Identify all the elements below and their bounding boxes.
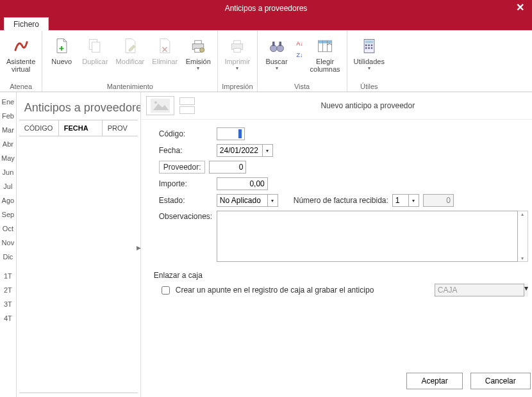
view-option-2[interactable]: [179, 106, 195, 114]
svg-rect-23: [368, 47, 370, 49]
label-estado: Estado:: [159, 196, 217, 205]
duplicar-button[interactable]: Duplicar: [79, 35, 110, 67]
factura-serie-dropdown-button[interactable]: ▾: [409, 194, 419, 207]
section-enlazar-caja: Enlazar a caja: [154, 271, 528, 280]
svg-rect-22: [365, 47, 367, 49]
svg-rect-19: [365, 44, 367, 46]
group-label-atenea: Atenea: [4, 83, 38, 92]
group-label-impresion: Impresión: [222, 83, 253, 92]
form-title: Nuevo anticipo a proveedor: [200, 101, 532, 110]
alpha-icon: [11, 36, 31, 56]
fecha-dropdown-button[interactable]: ▾: [263, 144, 273, 157]
caja-select[interactable]: [435, 284, 524, 296]
calculator-icon: [359, 36, 379, 56]
nuevo-button[interactable]: Nuevo: [46, 35, 77, 67]
month-feb[interactable]: Feb: [0, 109, 16, 123]
quarter-4t[interactable]: 4T: [0, 311, 16, 325]
document-copy-icon: [85, 36, 105, 56]
cancelar-button[interactable]: Cancelar: [470, 373, 531, 389]
col-prov[interactable]: PROV: [103, 120, 138, 136]
month-mar[interactable]: Mar: [0, 123, 16, 137]
crear-apunte-checkbox-label[interactable]: Crear un apunte en el registro de caja a…: [159, 284, 374, 296]
image-placeholder-icon: [146, 96, 174, 115]
tab-fichero[interactable]: Fichero: [4, 17, 49, 31]
importe-input[interactable]: [217, 177, 268, 190]
svg-rect-18: [365, 40, 373, 43]
eliminar-button[interactable]: Eliminar: [149, 35, 180, 67]
list-header: CÓDIGO FECHA PROV: [19, 120, 138, 136]
label-importe: Importe:: [159, 179, 217, 188]
form-header: Nuevo anticipo a proveedor: [141, 92, 532, 120]
printer-gear-icon: [188, 36, 208, 56]
crear-apunte-checkbox[interactable]: [162, 286, 170, 295]
list-title: Anticipos a proveedores: [17, 92, 140, 120]
imprimir-button[interactable]: Imprimir ▾: [222, 35, 253, 72]
month-jun[interactable]: Jun: [0, 165, 16, 179]
svg-rect-24: [370, 47, 372, 49]
estado-dropdown-button[interactable]: ▾: [268, 194, 278, 207]
sort-asc-button[interactable]: A↓: [295, 38, 305, 49]
svg-rect-1: [92, 42, 100, 53]
quarter-2t[interactable]: 2T: [0, 283, 16, 297]
group-label-utiles: Útiles: [351, 83, 387, 92]
form-panel: Nuevo anticipo a proveedor Código: Fecha…: [141, 92, 532, 397]
svg-point-5: [200, 48, 204, 53]
quarter-1t[interactable]: 1T: [0, 269, 16, 283]
factura-num-input[interactable]: [423, 194, 454, 207]
quarter-3t[interactable]: 3T: [0, 297, 16, 311]
label-proveedor[interactable]: Proveedor:: [159, 161, 206, 174]
group-label-vista: Vista: [262, 83, 343, 92]
svg-rect-7: [234, 40, 241, 44]
ribbon-group-impresion: Imprimir ▾ Impresión: [218, 31, 257, 92]
month-abr[interactable]: Abr: [0, 137, 16, 151]
ribbon: Asistente virtual Atenea Nuevo Duplicar: [0, 31, 532, 92]
svg-rect-21: [370, 44, 372, 46]
collapse-handle[interactable]: ▶: [137, 245, 141, 251]
view-toggle[interactable]: [179, 97, 195, 114]
month-dic[interactable]: Dic: [0, 250, 16, 264]
document-edit-icon: [120, 36, 140, 56]
month-rail: Ene Feb Mar Abr May Jun Jul Ago Sep Oct …: [0, 92, 17, 397]
list-body: [19, 136, 138, 393]
col-codigo[interactable]: CÓDIGO: [19, 120, 59, 136]
observaciones-scrollbar[interactable]: ▴▾: [518, 211, 528, 262]
chevron-down-icon: ▾: [368, 65, 370, 71]
month-sep[interactable]: Sep: [0, 207, 16, 222]
columns-icon: [315, 36, 335, 56]
svg-rect-20: [368, 44, 370, 46]
label-fecha: Fecha:: [159, 146, 217, 155]
observaciones-textarea[interactable]: [217, 211, 518, 262]
month-oct[interactable]: Oct: [0, 222, 16, 236]
window-title: Anticipos a proveedores: [225, 4, 308, 13]
month-may[interactable]: May: [0, 151, 16, 165]
month-nov[interactable]: Nov: [0, 236, 16, 250]
month-ago[interactable]: Ago: [0, 193, 16, 207]
estado-select[interactable]: [217, 194, 268, 207]
emision-button[interactable]: Emisión ▾: [183, 35, 213, 72]
chevron-down-icon: ▾: [197, 65, 199, 71]
label-codigo: Código:: [159, 129, 217, 138]
ribbon-group-mantenimiento: Nuevo Duplicar Modificar Eliminar: [42, 31, 218, 92]
utilidades-button[interactable]: Utilidades ▾: [351, 35, 387, 72]
close-button[interactable]: ✕: [512, 1, 528, 13]
aceptar-button[interactable]: Aceptar: [406, 373, 462, 389]
codigo-input[interactable]: [217, 127, 245, 140]
svg-rect-14: [319, 40, 332, 43]
elegir-columnas-button[interactable]: Elegir columnas: [308, 35, 343, 74]
label-observaciones: Observaciones:: [159, 211, 217, 221]
col-fecha[interactable]: FECHA: [59, 120, 103, 136]
sort-desc-button[interactable]: Z↓: [295, 50, 305, 60]
modificar-button[interactable]: Modificar: [113, 35, 147, 67]
fecha-input[interactable]: [217, 144, 263, 157]
svg-rect-11: [272, 42, 275, 46]
factura-serie-select[interactable]: [392, 194, 409, 207]
chevron-down-icon: ▾: [236, 65, 238, 71]
sort-buttons: A↓ Z↓: [295, 35, 305, 60]
month-ene[interactable]: Ene: [0, 95, 16, 109]
asistente-virtual-button[interactable]: Asistente virtual: [4, 35, 38, 74]
proveedor-input[interactable]: [209, 161, 246, 174]
buscar-button[interactable]: Buscar ▾: [262, 35, 292, 72]
caja-dropdown-button[interactable]: ▾: [524, 284, 528, 296]
view-option-1[interactable]: [179, 97, 195, 105]
month-jul[interactable]: Jul: [0, 179, 16, 193]
